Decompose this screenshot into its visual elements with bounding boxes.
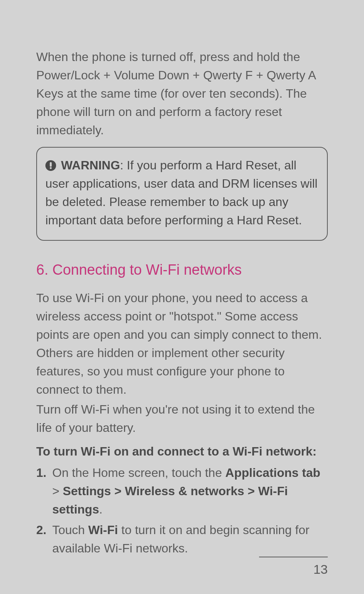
step-bold-2: Settings > Wireless & networks > Wi-Fi s… bbox=[52, 484, 288, 516]
step-text-prefix: On the Home screen, touch the bbox=[52, 466, 225, 480]
page-number-container: 13 bbox=[259, 557, 328, 577]
page-number: 13 bbox=[259, 562, 328, 577]
step-text-mid: > bbox=[52, 484, 63, 498]
list-item: 1. On the Home screen, touch the Applica… bbox=[36, 464, 328, 518]
list-item: 2. Touch Wi-Fi to turn it on and begin s… bbox=[36, 521, 328, 557]
step-text-prefix: Touch bbox=[52, 523, 88, 537]
page-number-divider bbox=[259, 557, 328, 557]
intro-paragraph: When the phone is turned off, press and … bbox=[36, 48, 328, 139]
wifi-subheading: To turn Wi-Fi on and connect to a Wi-Fi … bbox=[36, 442, 328, 460]
step-bold-1: Wi-Fi bbox=[88, 523, 118, 537]
step-bold-1: Applications tab bbox=[225, 466, 321, 480]
list-number: 1. bbox=[36, 464, 47, 482]
list-number: 2. bbox=[36, 521, 47, 539]
warning-label: WARNING bbox=[61, 158, 120, 172]
warning-text: WARNING: If you perform a Hard Reset, al… bbox=[45, 156, 319, 229]
warning-icon bbox=[45, 160, 56, 171]
step-text-suffix: . bbox=[99, 502, 103, 516]
section-heading: 6. Connecting to Wi-Fi networks bbox=[36, 262, 328, 278]
steps-list: 1. On the Home screen, touch the Applica… bbox=[36, 464, 328, 557]
wifi-paragraph-1: To use Wi-Fi on your phone, you need to … bbox=[36, 289, 328, 399]
wifi-paragraph-2: Turn off Wi-Fi when you're not using it … bbox=[36, 400, 328, 437]
warning-box: WARNING: If you perform a Hard Reset, al… bbox=[36, 147, 328, 241]
